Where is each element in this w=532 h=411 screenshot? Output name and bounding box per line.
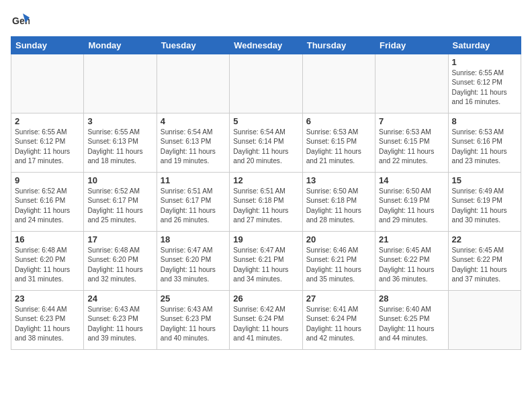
day-info: Sunrise: 6:43 AM Sunset: 6:23 PM Dayligh… bbox=[161, 305, 226, 343]
day-info: Sunrise: 6:53 AM Sunset: 6:16 PM Dayligh… bbox=[452, 128, 517, 166]
calendar-cell: 5Sunrise: 6:54 AM Sunset: 6:14 PM Daylig… bbox=[230, 113, 302, 173]
day-info: Sunrise: 6:47 AM Sunset: 6:20 PM Dayligh… bbox=[161, 246, 226, 284]
calendar-cell: 11Sunrise: 6:51 AM Sunset: 6:17 PM Dayli… bbox=[157, 173, 229, 232]
day-number: 19 bbox=[233, 234, 298, 244]
calendar-cell: 7Sunrise: 6:53 AM Sunset: 6:15 PM Daylig… bbox=[375, 113, 448, 173]
day-info: Sunrise: 6:55 AM Sunset: 6:13 PM Dayligh… bbox=[87, 128, 152, 166]
week-row-3: 16Sunrise: 6:48 AM Sunset: 6:20 PM Dayli… bbox=[11, 232, 521, 291]
calendar-cell: 19Sunrise: 6:47 AM Sunset: 6:21 PM Dayli… bbox=[230, 232, 302, 291]
day-info: Sunrise: 6:54 AM Sunset: 6:14 PM Dayligh… bbox=[233, 128, 298, 166]
calendar-cell: 24Sunrise: 6:43 AM Sunset: 6:23 PM Dayli… bbox=[84, 291, 157, 350]
day-number: 13 bbox=[306, 175, 371, 185]
page-header: Gen bbox=[11, 11, 521, 30]
day-number: 9 bbox=[15, 175, 80, 185]
day-number: 1 bbox=[452, 57, 517, 67]
week-row-0: 1Sunrise: 6:55 AM Sunset: 6:12 PM Daylig… bbox=[11, 54, 521, 113]
day-number: 5 bbox=[233, 116, 298, 126]
day-info: Sunrise: 6:55 AM Sunset: 6:12 PM Dayligh… bbox=[452, 68, 517, 107]
logo-icon: Gen bbox=[11, 11, 30, 30]
day-info: Sunrise: 6:53 AM Sunset: 6:15 PM Dayligh… bbox=[306, 128, 371, 166]
calendar-cell: 6Sunrise: 6:53 AM Sunset: 6:15 PM Daylig… bbox=[302, 113, 375, 173]
calendar-cell: 16Sunrise: 6:48 AM Sunset: 6:20 PM Dayli… bbox=[11, 232, 84, 291]
day-info: Sunrise: 6:52 AM Sunset: 6:16 PM Dayligh… bbox=[15, 187, 80, 225]
calendar-cell: 2Sunrise: 6:55 AM Sunset: 6:12 PM Daylig… bbox=[11, 113, 84, 173]
day-info: Sunrise: 6:49 AM Sunset: 6:19 PM Dayligh… bbox=[452, 187, 517, 225]
calendar-cell bbox=[375, 54, 448, 113]
calendar-cell bbox=[11, 54, 84, 113]
weekday-header-monday: Monday bbox=[84, 37, 157, 54]
day-info: Sunrise: 6:45 AM Sunset: 6:22 PM Dayligh… bbox=[452, 246, 517, 284]
day-info: Sunrise: 6:44 AM Sunset: 6:23 PM Dayligh… bbox=[15, 305, 80, 343]
calendar-cell bbox=[230, 54, 302, 113]
day-number: 4 bbox=[161, 116, 226, 126]
day-info: Sunrise: 6:53 AM Sunset: 6:15 PM Dayligh… bbox=[379, 128, 444, 166]
day-number: 15 bbox=[452, 175, 517, 185]
day-number: 20 bbox=[306, 234, 371, 244]
day-number: 8 bbox=[452, 116, 517, 126]
day-number: 11 bbox=[161, 175, 226, 185]
calendar-cell: 8Sunrise: 6:53 AM Sunset: 6:16 PM Daylig… bbox=[448, 113, 521, 173]
calendar-cell: 4Sunrise: 6:54 AM Sunset: 6:13 PM Daylig… bbox=[157, 113, 229, 173]
day-number: 21 bbox=[379, 234, 444, 244]
day-info: Sunrise: 6:54 AM Sunset: 6:13 PM Dayligh… bbox=[161, 128, 226, 166]
calendar-cell: 17Sunrise: 6:48 AM Sunset: 6:20 PM Dayli… bbox=[84, 232, 157, 291]
day-number: 14 bbox=[379, 175, 444, 185]
calendar-cell: 13Sunrise: 6:50 AM Sunset: 6:18 PM Dayli… bbox=[302, 173, 375, 232]
calendar-cell bbox=[302, 54, 375, 113]
day-number: 10 bbox=[87, 175, 152, 185]
day-info: Sunrise: 6:55 AM Sunset: 6:12 PM Dayligh… bbox=[15, 128, 80, 166]
weekday-header-row: SundayMondayTuesdayWednesdayThursdayFrid… bbox=[11, 37, 521, 54]
week-row-1: 2Sunrise: 6:55 AM Sunset: 6:12 PM Daylig… bbox=[11, 113, 521, 173]
logo: Gen bbox=[11, 11, 32, 30]
calendar-cell bbox=[84, 54, 157, 113]
day-info: Sunrise: 6:50 AM Sunset: 6:19 PM Dayligh… bbox=[379, 187, 444, 225]
day-info: Sunrise: 6:46 AM Sunset: 6:21 PM Dayligh… bbox=[306, 246, 371, 284]
day-number: 2 bbox=[15, 116, 80, 126]
day-number: 3 bbox=[87, 116, 152, 126]
calendar-cell: 18Sunrise: 6:47 AM Sunset: 6:20 PM Dayli… bbox=[157, 232, 229, 291]
calendar-table: SundayMondayTuesdayWednesdayThursdayFrid… bbox=[11, 36, 521, 350]
day-info: Sunrise: 6:43 AM Sunset: 6:23 PM Dayligh… bbox=[87, 305, 152, 343]
day-number: 18 bbox=[161, 234, 226, 244]
weekday-header-tuesday: Tuesday bbox=[157, 37, 229, 54]
week-row-2: 9Sunrise: 6:52 AM Sunset: 6:16 PM Daylig… bbox=[11, 173, 521, 232]
day-number: 6 bbox=[306, 116, 371, 126]
day-info: Sunrise: 6:47 AM Sunset: 6:21 PM Dayligh… bbox=[233, 246, 298, 284]
day-number: 26 bbox=[233, 293, 298, 304]
weekday-header-saturday: Saturday bbox=[448, 37, 521, 54]
calendar-cell: 21Sunrise: 6:45 AM Sunset: 6:22 PM Dayli… bbox=[375, 232, 448, 291]
day-number: 7 bbox=[379, 116, 444, 126]
day-info: Sunrise: 6:45 AM Sunset: 6:22 PM Dayligh… bbox=[379, 246, 444, 284]
calendar-cell: 28Sunrise: 6:40 AM Sunset: 6:25 PM Dayli… bbox=[375, 291, 448, 350]
day-number: 28 bbox=[379, 293, 444, 304]
weekday-header-friday: Friday bbox=[375, 37, 448, 54]
calendar-cell: 14Sunrise: 6:50 AM Sunset: 6:19 PM Dayli… bbox=[375, 173, 448, 232]
week-row-4: 23Sunrise: 6:44 AM Sunset: 6:23 PM Dayli… bbox=[11, 291, 521, 350]
day-number: 17 bbox=[87, 234, 152, 244]
day-info: Sunrise: 6:51 AM Sunset: 6:17 PM Dayligh… bbox=[161, 187, 226, 225]
day-number: 16 bbox=[15, 234, 80, 244]
day-info: Sunrise: 6:48 AM Sunset: 6:20 PM Dayligh… bbox=[87, 246, 152, 284]
day-info: Sunrise: 6:52 AM Sunset: 6:17 PM Dayligh… bbox=[87, 187, 152, 225]
day-info: Sunrise: 6:41 AM Sunset: 6:24 PM Dayligh… bbox=[306, 305, 371, 343]
calendar-cell: 26Sunrise: 6:42 AM Sunset: 6:24 PM Dayli… bbox=[230, 291, 302, 350]
calendar-cell: 20Sunrise: 6:46 AM Sunset: 6:21 PM Dayli… bbox=[302, 232, 375, 291]
calendar-cell bbox=[157, 54, 229, 113]
day-info: Sunrise: 6:40 AM Sunset: 6:25 PM Dayligh… bbox=[379, 305, 444, 343]
calendar-cell: 25Sunrise: 6:43 AM Sunset: 6:23 PM Dayli… bbox=[157, 291, 229, 350]
calendar-cell: 3Sunrise: 6:55 AM Sunset: 6:13 PM Daylig… bbox=[84, 113, 157, 173]
calendar-cell: 27Sunrise: 6:41 AM Sunset: 6:24 PM Dayli… bbox=[302, 291, 375, 350]
day-number: 23 bbox=[15, 293, 80, 304]
day-number: 12 bbox=[233, 175, 298, 185]
calendar-cell: 9Sunrise: 6:52 AM Sunset: 6:16 PM Daylig… bbox=[11, 173, 84, 232]
calendar-cell bbox=[448, 291, 521, 350]
day-number: 25 bbox=[161, 293, 226, 304]
day-info: Sunrise: 6:42 AM Sunset: 6:24 PM Dayligh… bbox=[233, 305, 298, 343]
day-number: 24 bbox=[87, 293, 152, 304]
day-number: 27 bbox=[306, 293, 371, 304]
day-number: 22 bbox=[452, 234, 517, 244]
weekday-header-thursday: Thursday bbox=[302, 37, 375, 54]
calendar-cell: 22Sunrise: 6:45 AM Sunset: 6:22 PM Dayli… bbox=[448, 232, 521, 291]
day-info: Sunrise: 6:48 AM Sunset: 6:20 PM Dayligh… bbox=[15, 246, 80, 284]
day-info: Sunrise: 6:50 AM Sunset: 6:18 PM Dayligh… bbox=[306, 187, 371, 225]
